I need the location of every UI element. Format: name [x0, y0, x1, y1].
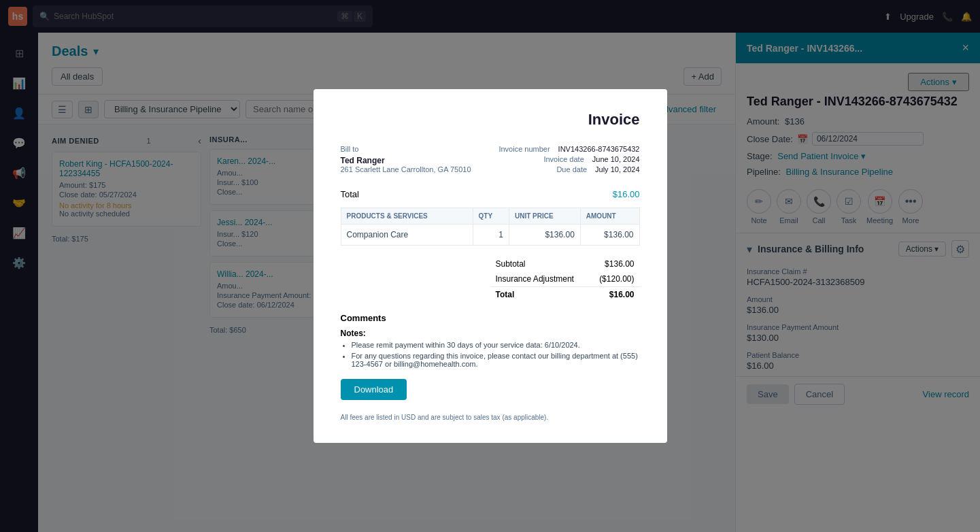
- adjustment-value: ($120.00): [589, 271, 640, 287]
- bill-to-name: Ted Ranger: [341, 156, 471, 165]
- download-button[interactable]: Download: [341, 379, 407, 400]
- invoice-date-row: Invoice date June 10, 2024: [499, 155, 639, 163]
- unit-price-cell: $136.00: [509, 225, 580, 246]
- comments-section: Comments Notes: Please remit payment wit…: [341, 313, 640, 368]
- list-item: Please remit payment within 30 days of y…: [352, 341, 640, 349]
- total-label: Total: [341, 189, 359, 199]
- col-header-qty: QTY: [473, 208, 509, 225]
- subtotal-table: Subtotal $136.00 Insurance Adjustment ($…: [490, 256, 640, 302]
- service-cell: Companion Care: [341, 225, 473, 246]
- grand-total-label: Total: [490, 287, 589, 303]
- due-date-label: Due date: [556, 165, 587, 173]
- bill-to-label: Bill to: [341, 145, 471, 153]
- col-header-amount: AMOUNT: [580, 208, 639, 225]
- invoice-table: PRODUCTS & SERVICES QTY UNIT PRICE AMOUN…: [341, 207, 640, 246]
- bill-to-section: Bill to Ted Ranger 261 Scarlett Lane Car…: [341, 145, 471, 176]
- invoice-number-row: Invoice number INV143266-8743675432: [499, 145, 639, 153]
- col-header-unit-price: UNIT PRICE: [509, 208, 580, 225]
- invoice-date-value: June 10, 2024: [592, 155, 640, 163]
- invoice-header: Bill to Ted Ranger 261 Scarlett Lane Car…: [341, 145, 640, 176]
- adjustment-row: Insurance Adjustment ($120.00): [490, 271, 640, 287]
- grand-total-row: Total $16.00: [490, 287, 640, 303]
- modal-overlay[interactable]: Invoice Bill to Ted Ranger 261 Scarlett …: [0, 0, 980, 532]
- subtotal-row: Subtotal $136.00: [490, 256, 640, 271]
- invoice-number-value: INV143266-8743675432: [558, 145, 640, 153]
- col-header-service: PRODUCTS & SERVICES: [341, 208, 473, 225]
- due-date-value: July 10, 2024: [595, 165, 639, 173]
- disclaimer: All fees are listed in USD and are subje…: [341, 414, 640, 421]
- invoice-date-label: Invoice date: [543, 155, 584, 163]
- amount-cell: $136.00: [580, 225, 639, 246]
- invoice-number-label: Invoice number: [499, 145, 550, 153]
- list-item: For any questions regarding this invoice…: [352, 352, 640, 368]
- invoice-total-line: Total $16.00: [341, 189, 640, 199]
- notes-label: Notes:: [341, 329, 640, 338]
- bill-to-address: 261 Scarlett Lane Carrollton, GA 75010: [341, 165, 471, 173]
- qty-cell: 1: [473, 225, 509, 246]
- subtotal-value: $136.00: [589, 256, 640, 271]
- invoice-meta: Invoice number INV143266-8743675432 Invo…: [499, 145, 639, 176]
- grand-total-value: $16.00: [589, 287, 640, 303]
- table-row: Companion Care 1 $136.00 $136.00: [341, 225, 639, 246]
- invoice-modal: Invoice Bill to Ted Ranger 261 Scarlett …: [314, 89, 667, 443]
- due-date-row: Due date July 10, 2024: [499, 165, 639, 173]
- adjustment-label: Insurance Adjustment: [490, 271, 589, 287]
- comments-title: Comments: [341, 313, 640, 323]
- invoice-title: Invoice: [341, 111, 640, 129]
- notes-list: Please remit payment within 30 days of y…: [341, 341, 640, 368]
- subtotal-label: Subtotal: [490, 256, 589, 271]
- total-value: $16.00: [613, 189, 640, 199]
